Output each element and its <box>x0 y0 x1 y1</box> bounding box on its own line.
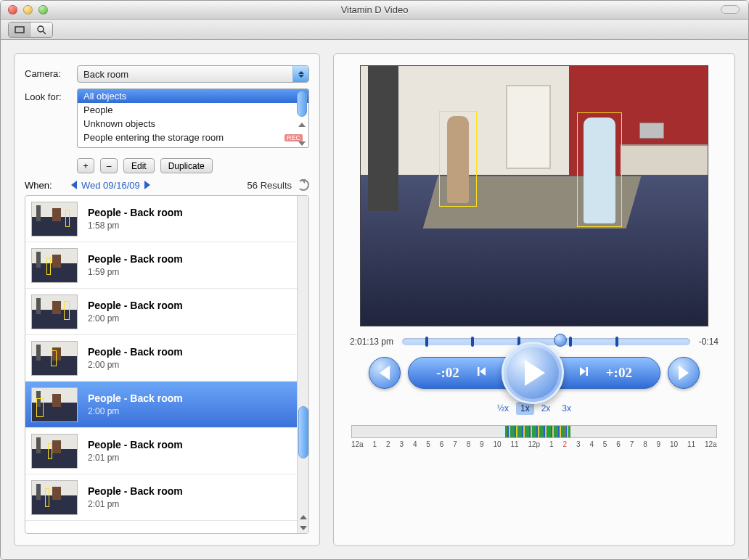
lookfor-option[interactable]: All objects <box>78 89 308 103</box>
day-tick-labels: 12a123456789101112p123456789101112a <box>351 440 717 448</box>
result-time: 2:00 pm <box>88 406 183 416</box>
day-tick: 1 <box>549 440 554 448</box>
current-date[interactable]: Wed 09/16/09 <box>81 180 140 191</box>
result-item[interactable]: People - Back room1:58 pm <box>25 196 297 242</box>
edit-rule-button[interactable]: Edit <box>123 158 155 173</box>
frame-back-icon <box>477 365 488 381</box>
day-tick: 11 <box>687 440 695 448</box>
window-title: Vitamin D Video <box>1 4 748 15</box>
result-time: 2:01 pm <box>88 453 183 463</box>
result-thumbnail <box>31 480 78 515</box>
video-preview[interactable] <box>360 65 708 326</box>
results-list[interactable]: People - Back room1:58 pmPeople - Back r… <box>25 196 297 533</box>
result-time: 2:00 pm <box>88 313 183 324</box>
svg-rect-0 <box>15 27 24 33</box>
day-tick: 10 <box>494 440 502 448</box>
result-title: People - Back room <box>88 439 183 450</box>
result-title: People - Back room <box>88 392 183 404</box>
lookfor-scrollbar[interactable] <box>297 91 307 146</box>
day-tick: 2 <box>386 440 390 448</box>
day-tick: 4 <box>413 440 417 448</box>
day-activity-track[interactable] <box>351 425 717 438</box>
toolbar <box>1 20 748 40</box>
result-item[interactable]: People - Back room2:00 pm <box>25 335 297 382</box>
results-scrollbar[interactable] <box>297 196 308 533</box>
skip-fwd-button[interactable]: +:02 <box>597 365 641 381</box>
prev-day-button[interactable] <box>71 181 77 189</box>
speed-option[interactable]: ½x <box>493 402 513 415</box>
day-tick: 6 <box>616 440 621 448</box>
play-button[interactable] <box>502 342 564 404</box>
refresh-button[interactable] <box>298 179 309 191</box>
result-time: 1:58 pm <box>88 221 183 231</box>
day-tick: 9 <box>480 440 484 448</box>
scroll-up-button[interactable] <box>298 511 308 522</box>
day-timeline: 12a123456789101112p123456789101112a <box>351 425 717 448</box>
result-title: People - Back room <box>88 207 183 218</box>
result-thumbnail <box>31 202 78 236</box>
view-list-button[interactable] <box>9 22 30 37</box>
list-view-icon <box>15 26 25 33</box>
result-item[interactable]: People - Back room1:59 pm <box>25 242 297 289</box>
frame-fwd-button[interactable] <box>568 365 597 381</box>
day-tick: 7 <box>630 440 634 448</box>
remove-rule-button[interactable]: – <box>100 158 118 173</box>
left-panel: Camera: Back room Look for: All objectsP… <box>14 53 320 546</box>
view-mode-segmented <box>8 22 53 38</box>
svg-marker-3 <box>480 367 486 376</box>
day-tick: 9 <box>657 440 661 448</box>
lookfor-option[interactable]: Unknown objects <box>78 117 308 131</box>
day-tick: 7 <box>453 440 457 448</box>
add-rule-button[interactable]: + <box>77 158 94 173</box>
detection-box-2 <box>577 112 622 227</box>
content: Camera: Back room Look for: All objectsP… <box>1 40 748 559</box>
result-item[interactable]: People - Back room2:00 pm <box>25 289 297 335</box>
frame-back-button[interactable] <box>468 365 497 381</box>
result-time: 2:01 pm <box>88 499 183 509</box>
svg-rect-4 <box>478 367 480 376</box>
next-day-button[interactable] <box>144 181 150 189</box>
lookfor-listbox[interactable]: All objectsPeopleUnknown objectsPeople e… <box>77 88 309 148</box>
result-time: 2:00 pm <box>88 360 183 370</box>
day-tick: 10 <box>670 440 678 448</box>
scroll-down-button[interactable] <box>298 522 308 533</box>
next-clip-button[interactable] <box>668 357 700 389</box>
transport-pill: -:02 +:02 <box>408 357 660 389</box>
scrubber-knob[interactable] <box>554 334 567 347</box>
result-title: People - Back room <box>88 346 183 358</box>
camera-select[interactable]: Back room <box>77 65 309 83</box>
view-search-button[interactable] <box>30 22 52 37</box>
play-icon <box>525 360 545 386</box>
day-tick: 2 <box>563 440 568 448</box>
day-tick: 12p <box>528 440 541 448</box>
result-thumbnail <box>31 295 78 329</box>
svg-point-1 <box>38 26 44 32</box>
day-tick: 4 <box>589 440 594 448</box>
day-tick: 11 <box>511 440 519 448</box>
playback-controls: -:02 +:02 <box>344 357 724 389</box>
skip-back-button[interactable]: -:02 <box>427 365 468 381</box>
speed-option[interactable]: 3x <box>557 402 576 415</box>
date-picker: Wed 09/16/09 <box>71 180 150 191</box>
time-remaining: -0:14 <box>699 337 719 347</box>
select-stepper-icon <box>292 66 308 82</box>
result-item[interactable]: People - Back room2:01 pm <box>25 428 297 474</box>
day-tick: 3 <box>576 440 581 448</box>
result-item[interactable]: People - Back room2:01 pm <box>25 474 297 521</box>
prev-clip-button[interactable] <box>369 357 401 389</box>
detection-box-1 <box>439 111 477 207</box>
lookfor-option[interactable]: People entering the storage roomREC <box>78 131 308 144</box>
lookfor-label: Look for: <box>25 88 77 102</box>
svg-line-2 <box>43 31 46 34</box>
result-item[interactable]: People - Back room2:00 pm <box>25 382 297 428</box>
speed-option[interactable]: 2x <box>537 402 555 415</box>
result-thumbnail <box>31 434 78 469</box>
camera-label: Camera: <box>25 65 77 79</box>
result-title: People - Back room <box>88 300 183 311</box>
lookfor-option[interactable]: People <box>78 103 308 117</box>
svg-rect-6 <box>586 367 588 376</box>
day-tick: 8 <box>643 440 647 448</box>
day-tick: 12a <box>351 440 364 448</box>
rule-buttons: + – Edit Duplicate <box>77 158 309 173</box>
duplicate-rule-button[interactable]: Duplicate <box>160 158 213 173</box>
